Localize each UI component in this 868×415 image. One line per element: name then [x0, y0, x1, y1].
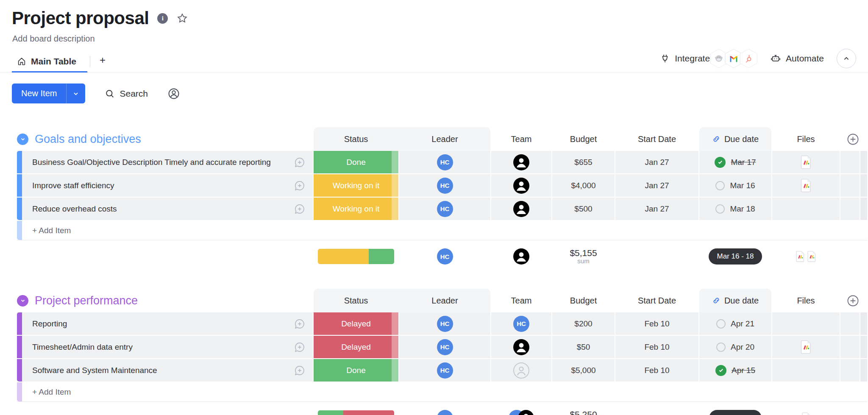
page-title[interactable]: Project proposal: [12, 8, 149, 28]
group-title[interactable]: Project performance: [35, 294, 138, 307]
due-check-circle[interactable]: [715, 181, 725, 190]
budget-cell[interactable]: $50: [552, 336, 615, 358]
add-column-button[interactable]: [840, 289, 860, 312]
team-cell[interactable]: [491, 174, 551, 197]
automate-button[interactable]: Automate: [770, 53, 824, 64]
column-header-budget[interactable]: Budget: [552, 289, 615, 312]
status-cell[interactable]: Done: [314, 359, 398, 382]
budget-cell[interactable]: $200: [552, 312, 615, 335]
column-header-start-date[interactable]: Start Date: [615, 289, 698, 312]
search-button[interactable]: Search: [105, 89, 148, 99]
team-cell[interactable]: HC: [491, 312, 551, 335]
tab-main-table[interactable]: Main Table: [12, 53, 87, 72]
column-header-budget[interactable]: Budget: [552, 127, 615, 151]
favorite-star-icon[interactable]: [176, 12, 188, 24]
add-column-button[interactable]: [840, 127, 860, 151]
add-item-row[interactable]: + Add Item: [17, 382, 867, 402]
leader-cell[interactable]: HC: [399, 151, 490, 173]
item-name[interactable]: Reporting: [17, 319, 293, 329]
due-check-circle[interactable]: [715, 204, 725, 214]
integrate-button[interactable]: Integrate: [660, 49, 757, 68]
due-date-cell[interactable]: Apr 15: [699, 359, 771, 382]
add-update-icon[interactable]: [293, 156, 306, 169]
table-row: Reporting Delayed HC HC $200 Feb 10: [17, 312, 868, 335]
files-cell[interactable]: [772, 359, 840, 382]
add-update-icon[interactable]: [293, 203, 306, 215]
budget-cell[interactable]: $5,000: [552, 359, 615, 382]
team-cell[interactable]: [491, 359, 551, 382]
status-distribution-bar: [318, 410, 394, 415]
add-update-icon[interactable]: [293, 364, 306, 377]
files-cell[interactable]: [772, 336, 840, 358]
files-cell[interactable]: [772, 198, 840, 220]
due-date-cell[interactable]: Apr 21: [699, 312, 771, 335]
status-fold: [392, 198, 398, 220]
hubspot-badge[interactable]: [740, 49, 757, 68]
new-item-button[interactable]: New Item: [12, 84, 85, 103]
column-header-files[interactable]: Files: [772, 289, 840, 312]
column-header-team[interactable]: Team: [491, 127, 551, 151]
leader-cell[interactable]: HC: [399, 198, 490, 220]
due-date-cell[interactable]: Mar 16: [699, 174, 771, 197]
status-cell[interactable]: Delayed: [314, 312, 398, 335]
add-view-button[interactable]: +: [93, 51, 112, 72]
board-description[interactable]: Add board description: [12, 34, 856, 44]
due-done-check-icon[interactable]: [715, 157, 726, 168]
add-item-row[interactable]: + Add Item: [17, 221, 867, 240]
status-cell[interactable]: Working on it: [314, 174, 398, 197]
leader-cell[interactable]: HC: [399, 336, 490, 358]
budget-cell[interactable]: $655: [552, 151, 615, 173]
column-header-status[interactable]: Status: [314, 289, 398, 312]
team-cell[interactable]: [491, 198, 551, 220]
due-done-check-icon[interactable]: [715, 365, 726, 376]
budget-cell[interactable]: $500: [552, 198, 615, 220]
files-cell[interactable]: [772, 151, 840, 173]
item-name[interactable]: Reduce overhead costs: [17, 204, 293, 214]
new-item-dropdown[interactable]: [66, 84, 85, 103]
column-header-leader[interactable]: Leader: [399, 289, 490, 312]
files-cell[interactable]: [772, 174, 840, 197]
due-date-cell[interactable]: Mar 18: [699, 198, 771, 220]
due-date-cell[interactable]: Apr 20: [699, 336, 771, 358]
status-cell[interactable]: Working on it: [314, 198, 398, 220]
person-filter-icon[interactable]: [167, 87, 180, 100]
files-cell[interactable]: [772, 312, 840, 335]
board-info-icon[interactable]: i: [157, 13, 168, 24]
start-date-cell[interactable]: Jan 27: [615, 174, 698, 197]
add-update-icon[interactable]: [293, 318, 306, 330]
status-cell[interactable]: Done: [314, 151, 398, 173]
column-header-leader[interactable]: Leader: [399, 127, 490, 151]
due-date-cell[interactable]: Mar 17: [699, 151, 771, 173]
budget-cell[interactable]: $4,000: [552, 174, 615, 197]
status-cell[interactable]: Delayed: [314, 336, 398, 358]
group-collapse-button[interactable]: [17, 295, 28, 306]
item-name[interactable]: Improve staff efficiency: [17, 181, 293, 190]
start-date-cell[interactable]: Feb 10: [615, 359, 698, 382]
team-cell[interactable]: [491, 336, 551, 358]
item-name[interactable]: Software and System Maintenance: [17, 366, 293, 375]
search-label: Search: [120, 89, 148, 99]
start-date-cell[interactable]: Feb 10: [615, 312, 698, 335]
team-cell[interactable]: [491, 151, 551, 173]
due-check-circle[interactable]: [716, 319, 726, 329]
collapse-header-button[interactable]: [837, 49, 856, 68]
add-update-icon[interactable]: [293, 341, 306, 354]
leader-cell[interactable]: HC: [399, 174, 490, 197]
start-date-cell[interactable]: Feb 10: [615, 336, 698, 358]
column-header-team[interactable]: Team: [491, 289, 551, 312]
leader-cell[interactable]: HC: [399, 359, 490, 382]
leader-cell[interactable]: HC: [399, 312, 490, 335]
column-header-due-date[interactable]: Due date: [699, 127, 771, 151]
due-check-circle[interactable]: [716, 343, 726, 352]
column-header-start-date[interactable]: Start Date: [615, 127, 698, 151]
start-date-cell[interactable]: Jan 27: [615, 198, 698, 220]
group-collapse-button[interactable]: [17, 134, 28, 145]
start-date-cell[interactable]: Jan 27: [615, 151, 698, 173]
item-name[interactable]: Timesheet/Admin data entry: [17, 343, 293, 352]
column-header-status[interactable]: Status: [314, 127, 398, 151]
add-update-icon[interactable]: [293, 179, 306, 192]
column-header-files[interactable]: Files: [772, 127, 840, 151]
column-header-due-date[interactable]: Due date: [699, 289, 771, 312]
group-title[interactable]: Goals and objectives: [35, 133, 141, 146]
item-name[interactable]: Business Goal/Objective Description Time…: [17, 158, 293, 167]
